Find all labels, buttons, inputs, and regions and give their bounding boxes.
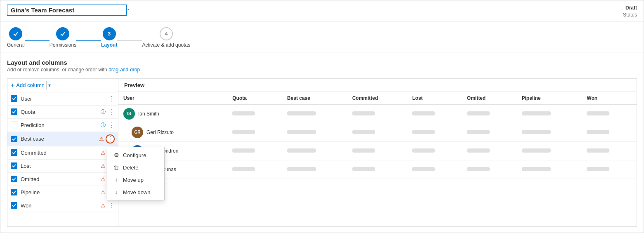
required-star: *: [127, 8, 129, 13]
table-row: GR Geri Rizzuto: [118, 123, 637, 141]
col-warning-best-case: ⚠: [99, 136, 104, 142]
th-user: User: [118, 92, 227, 105]
col-info-icon-prediction[interactable]: ⓘ: [101, 122, 106, 129]
col-label-lost: Lost: [21, 163, 101, 169]
header: * Draft Status: [0, 0, 644, 21]
col-checkbox-pipeline[interactable]: [11, 189, 17, 195]
th-won: Won: [582, 92, 637, 105]
column-item-pipeline: Pipeline ⚠ ⋮: [7, 186, 118, 199]
column-item-committed: Committed ⚠ ⋮: [7, 146, 118, 160]
context-menu-item-move-up[interactable]: ↑ Move up: [107, 174, 164, 186]
column-item-lost: Lost ⚠ ⋮: [7, 160, 118, 173]
configure-icon: ⚙: [113, 152, 120, 158]
col-warning-omitted: ⚠: [101, 176, 106, 182]
col-checkbox-prediction[interactable]: [11, 122, 17, 128]
avatar-ian: IS: [123, 108, 135, 120]
user-name-ian: Ian Smith: [138, 111, 159, 117]
section-header: Layout and columns Add or remove columns…: [0, 52, 644, 74]
cell-bestcase-ian: [282, 104, 347, 123]
col-label-prediction: Prediction: [21, 122, 101, 128]
add-column-label: Add column: [16, 82, 45, 88]
cell-pipeline-ian: [517, 104, 582, 123]
col-label-quota: Quota: [21, 109, 101, 115]
col-label-omitted: Omitted: [21, 176, 101, 182]
user-name-geri: Geri Rizzuto: [146, 129, 174, 135]
avatar-geri: GR: [132, 127, 143, 138]
th-lost: Lost: [407, 92, 462, 105]
step-label-activate: Activate & add quotas: [142, 42, 190, 48]
main-layout: + Add column ▾ User ⋮ Quota ⓘ: [0, 74, 644, 231]
step-circle-permissions[interactable]: [56, 27, 69, 40]
context-menu-label-move-down: Move down: [123, 189, 150, 195]
col-checkbox-user[interactable]: [11, 95, 17, 102]
col-warning-lost: ⚠: [101, 163, 106, 169]
draft-status: Draft Status: [623, 5, 637, 19]
right-panel: Preview User Quota Best case Committed L…: [118, 78, 637, 227]
column-item-quota: Quota ⓘ ⋮: [7, 106, 118, 119]
th-pipeline: Pipeline: [517, 92, 582, 105]
column-item-prediction: Prediction ⓘ ⋮: [7, 119, 118, 132]
context-menu-item-configure[interactable]: ⚙ Configure: [107, 149, 164, 161]
col-checkbox-committed[interactable]: [11, 149, 17, 156]
preview-table: User Quota Best case Committed Lost Omit…: [118, 92, 637, 179]
context-menu-label-delete: Delete: [123, 165, 139, 171]
column-item-won: Won ⚠ ⋮: [7, 199, 118, 212]
context-menu-item-move-down[interactable]: ↓ Move down: [107, 186, 164, 198]
section-title: Layout and columns: [7, 59, 637, 66]
col-label-committed: Committed: [21, 150, 101, 156]
wizard-step-general: General: [7, 27, 50, 48]
col-more-button-best-case[interactable]: ⋮: [106, 134, 115, 144]
context-menu: ⚙ Configure 🗑 Delete ↑ Move up ↓ Move do…: [107, 147, 165, 200]
status-label: Status: [623, 12, 637, 19]
step-circle-general[interactable]: [9, 27, 22, 40]
cell-user-ian: IS Ian Smith: [118, 104, 227, 123]
cell-user-geri: GR Geri Rizzuto: [118, 123, 227, 141]
step-circle-activate[interactable]: 4: [160, 27, 173, 40]
delete-icon: 🗑: [113, 164, 120, 171]
col-label-won: Won: [21, 202, 101, 209]
th-best-case: Best case: [282, 92, 347, 105]
section-subtitle: Add or remove columns–or change order wi…: [7, 67, 637, 73]
context-menu-label-configure: Configure: [123, 152, 146, 158]
step-circle-layout[interactable]: 3: [103, 27, 116, 40]
connector-1: [25, 40, 50, 41]
move-up-icon: ↑: [113, 177, 120, 183]
col-checkbox-best-case[interactable]: [11, 136, 17, 142]
col-drag-won: ⋮: [108, 202, 115, 209]
cell-quota-ian: [227, 104, 282, 123]
th-committed: Committed: [347, 92, 408, 105]
preview-table-header-row: User Quota Best case Committed Lost Omit…: [118, 92, 637, 105]
plus-icon: +: [11, 82, 14, 89]
add-column-button[interactable]: + Add column: [11, 82, 45, 89]
connector-3: [117, 40, 142, 41]
add-column-chevron[interactable]: ▾: [48, 82, 51, 88]
wizard-step-permissions: Permissions: [50, 27, 101, 48]
th-omitted: Omitted: [462, 92, 517, 105]
col-drag-user: ⋮: [108, 95, 115, 103]
step-label-general: General: [7, 42, 25, 48]
cell-lost-ian: [407, 104, 462, 123]
column-item-best-case: Best case ⚠ ⋮: [7, 132, 118, 146]
col-checkbox-omitted[interactable]: [11, 176, 17, 182]
context-menu-item-delete[interactable]: 🗑 Delete: [107, 161, 164, 174]
wizard-steps: General Permissions 3 Layout 4 Act: [0, 21, 644, 52]
col-warning-won: ⚠: [101, 202, 106, 209]
table-row: IS Ian Smith: [118, 104, 637, 123]
col-label-pipeline: Pipeline: [21, 189, 101, 195]
col-info-icon-quota[interactable]: ⓘ: [101, 108, 106, 115]
col-checkbox-won[interactable]: [11, 202, 17, 209]
move-down-icon: ↓: [113, 189, 120, 195]
drag-drop-link[interactable]: drag-and-drop: [109, 67, 140, 73]
preview-label: Preview: [118, 79, 637, 92]
cell-omitted-ian: [462, 104, 517, 123]
column-item-user: User ⋮: [7, 92, 118, 106]
page-wrapper: * Draft Status General Permissions: [0, 0, 644, 233]
col-label-user: User: [21, 96, 107, 102]
col-checkbox-quota[interactable]: [11, 108, 17, 115]
add-column-divider: [46, 81, 47, 89]
forecast-title-input[interactable]: [7, 5, 127, 16]
wizard-step-layout: 3 Layout: [101, 27, 142, 48]
left-panel: + Add column ▾ User ⋮ Quota ⓘ: [7, 78, 118, 227]
col-checkbox-lost[interactable]: [11, 162, 17, 169]
col-drag-quota: ⋮: [108, 108, 115, 116]
